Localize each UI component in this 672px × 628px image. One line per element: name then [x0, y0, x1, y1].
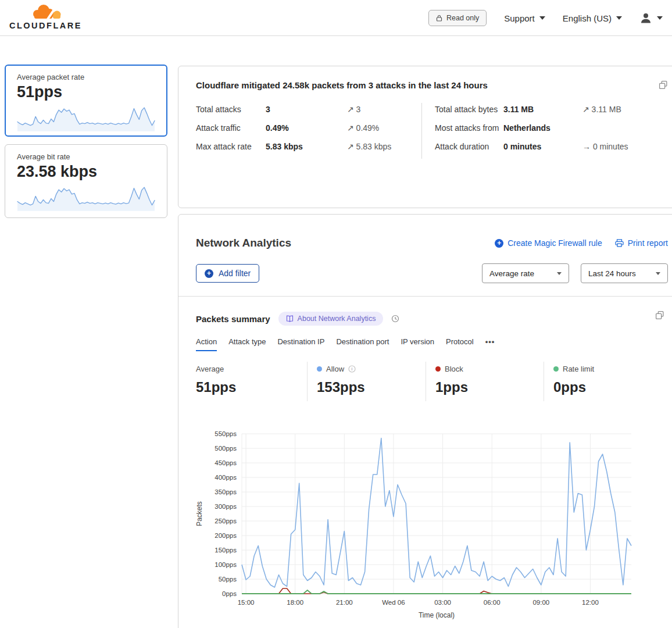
metric-select[interactable]: Average rate	[482, 263, 569, 283]
summary-row: Attack duration 0 minutes → 0 minutes	[435, 140, 668, 154]
more-tabs-button[interactable]: •••	[485, 337, 495, 351]
language-menu[interactable]: English (US)	[563, 13, 622, 23]
dimension-tabs: Action Attack type Destination IP Destin…	[196, 337, 668, 351]
plus-circle-icon: +	[495, 239, 503, 248]
user-icon	[639, 12, 652, 24]
svg-text:50pps: 50pps	[219, 576, 237, 583]
svg-text:15:00: 15:00	[238, 599, 255, 606]
expand-copy-icon[interactable]	[659, 80, 668, 90]
svg-text:06:00: 06:00	[484, 599, 501, 606]
svg-text:400pps: 400pps	[215, 474, 237, 481]
metric-card-label: Average packet rate	[17, 73, 155, 81]
summary-left-column: Total attacks 3 ↗ 3 Attack traffic 0.49%…	[196, 103, 421, 159]
svg-text:Time (local): Time (local)	[419, 611, 455, 619]
tab-attack-type[interactable]: Attack type	[228, 337, 266, 351]
svg-text:i: i	[352, 366, 353, 372]
info-icon[interactable]: i	[348, 365, 356, 373]
add-filter-button[interactable]: + Add filter	[196, 264, 259, 283]
bit-rate-sparkline	[17, 184, 155, 212]
header-nav: Read only Support English (US)	[428, 0, 663, 36]
printer-icon	[615, 239, 624, 247]
attack-summary-panel: Cloudflare mitigated 24.58k packets from…	[178, 66, 672, 208]
svg-text:100pps: 100pps	[215, 561, 237, 568]
tab-destination-ip[interactable]: Destination IP	[277, 337, 324, 351]
trend-up-value: ↗ 5.83 kbps	[347, 140, 421, 154]
language-label: English (US)	[563, 13, 612, 23]
app-header: CLOUDFLARE Read only Support English (US…	[0, 0, 672, 36]
stat-average: Average 51pps	[196, 362, 307, 401]
svg-text:150pps: 150pps	[215, 547, 237, 554]
svg-text:Wed 06: Wed 06	[382, 599, 405, 606]
rate-limit-dot-icon	[553, 366, 559, 372]
create-magic-firewall-rule-link[interactable]: + Create Magic Firewall rule	[495, 238, 602, 248]
summary-row: Total attack bytes 3.11 MB ↗ 3.11 MB	[435, 103, 668, 116]
chevron-down-icon	[539, 16, 545, 20]
packets-summary-title: Packets summary	[196, 314, 270, 324]
plus-circle-icon: +	[205, 269, 213, 278]
stat-block: Block 1pps	[426, 362, 544, 401]
print-report-link[interactable]: Print report	[615, 238, 668, 248]
lock-icon	[436, 15, 442, 22]
summary-right-column: Total attack bytes 3.11 MB ↗ 3.11 MB Mos…	[421, 103, 668, 159]
packet-stats-row: Average 51pps Allow i 153pps Block	[196, 362, 668, 401]
allow-dot-icon	[317, 366, 322, 372]
chevron-down-icon	[657, 16, 663, 20]
tab-protocol[interactable]: Protocol	[446, 337, 474, 351]
trend-up-value: ↗ 3	[347, 103, 421, 116]
chevron-down-icon	[616, 16, 622, 20]
svg-text:350pps: 350pps	[215, 488, 237, 495]
stat-rate-limit: Rate limit 0pps	[544, 362, 668, 401]
book-icon	[286, 315, 294, 322]
tab-ip-version[interactable]: IP version	[401, 337, 434, 351]
metric-card-bit-rate[interactable]: Average bit rate 23.58 kbps	[5, 144, 167, 218]
section-title: Network Analytics	[196, 237, 291, 249]
account-menu[interactable]	[639, 12, 663, 24]
svg-text:12:00: 12:00	[582, 599, 599, 606]
expand-copy-icon[interactable]	[655, 311, 664, 320]
about-network-analytics-badge[interactable]: About Network Analytics	[278, 312, 384, 326]
svg-text:21:00: 21:00	[336, 599, 353, 606]
svg-text:550pps: 550pps	[215, 430, 237, 437]
svg-text:200pps: 200pps	[215, 532, 237, 539]
network-analytics-panel: Network Analytics + Create Magic Firewal…	[178, 214, 672, 628]
chevron-down-icon	[656, 272, 660, 275]
svg-text:500pps: 500pps	[215, 445, 237, 452]
summary-row: Attack traffic 0.49% ↗ 0.49%	[196, 122, 421, 135]
trend-up-value: ↗ 3.11 MB	[582, 103, 668, 116]
summary-row: Total attacks 3 ↗ 3	[196, 103, 421, 116]
svg-text:250pps: 250pps	[215, 518, 237, 524]
svg-text:Packets: Packets	[195, 501, 203, 526]
block-dot-icon	[435, 366, 441, 372]
metric-card-value: 51pps	[17, 83, 155, 101]
svg-text:18:00: 18:00	[287, 599, 303, 606]
packet-rate-sparkline	[17, 104, 155, 132]
cloudflare-cloud-icon	[31, 3, 63, 20]
read-only-badge: Read only	[428, 10, 487, 26]
read-only-label: Read only	[446, 14, 479, 22]
summary-row: Most attacks from Netherlands	[435, 122, 668, 135]
cloudflare-logo[interactable]: CLOUDFLARE	[9, 3, 73, 31]
cloudflare-logo-text: CLOUDFLARE	[9, 21, 82, 30]
tab-action[interactable]: Action	[196, 337, 217, 351]
stat-allow: Allow i 153pps	[307, 362, 426, 401]
time-range-select[interactable]: Last 24 hours	[581, 263, 668, 283]
trend-flat-value: → 0 minutes	[582, 140, 668, 154]
metric-card-value: 23.58 kbps	[17, 162, 155, 181]
svg-text:0pps: 0pps	[222, 590, 237, 597]
support-label: Support	[504, 13, 535, 23]
trend-up-value: ↗ 0.49%	[347, 122, 421, 135]
svg-text:450pps: 450pps	[215, 459, 237, 466]
chevron-down-icon	[557, 272, 562, 275]
attack-summary-title: Cloudflare mitigated 24.58k packets from…	[196, 80, 488, 90]
support-menu[interactable]: Support	[504, 13, 545, 23]
history-clock-icon[interactable]	[391, 315, 399, 323]
metric-card-packet-rate[interactable]: Average packet rate 51pps	[5, 65, 167, 137]
svg-text:300pps: 300pps	[215, 503, 237, 510]
svg-text:03:00: 03:00	[434, 599, 451, 606]
summary-row: Max attack rate 5.83 kbps ↗ 5.83 kbps	[196, 140, 421, 154]
svg-text:09:00: 09:00	[532, 599, 549, 606]
packets-time-series-chart: 0pps50pps100pps150pps200pps250pps300pps3…	[192, 430, 657, 623]
tab-destination-port[interactable]: Destination port	[336, 337, 389, 351]
metric-card-label: Average bit rate	[17, 152, 155, 161]
